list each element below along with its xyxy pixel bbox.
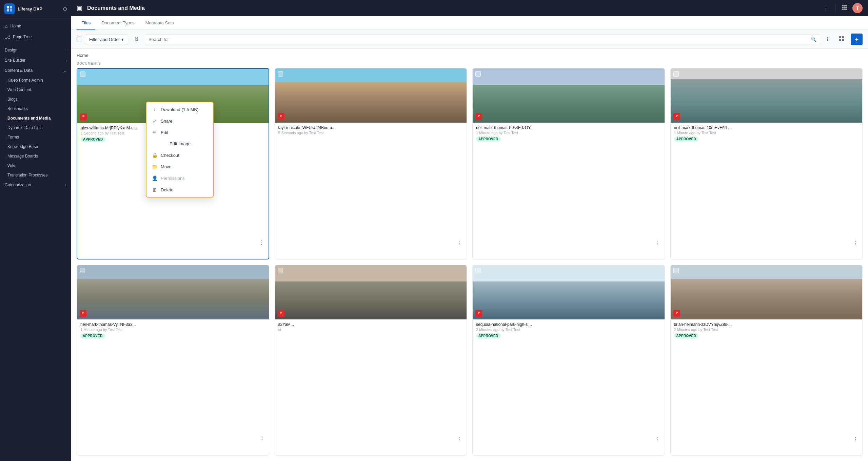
sidebar-item-site-builder[interactable]: Site Builder › <box>0 55 71 65</box>
svg-rect-23 <box>477 311 481 315</box>
card-menu-btn-doc8[interactable]: ⋮ <box>851 435 860 443</box>
svg-rect-11 <box>844 9 846 10</box>
sidebar-item-wiki[interactable]: Wiki <box>0 161 71 170</box>
card-checkbox-doc8[interactable] <box>673 268 679 273</box>
doc-card-doc5[interactable]: neil-mark-thomas-VyTNI-3a3... 1 Minute a… <box>77 265 269 456</box>
card-checkbox-doc2[interactable] <box>278 71 283 77</box>
card-menu-btn-doc6[interactable]: ⋮ <box>456 435 464 443</box>
sidebar-item-home-label: Home <box>10 24 21 28</box>
sidebar-item-categorization[interactable]: Categorization › <box>0 180 71 190</box>
doc-card-meta-doc8: 2 Minutes ago by Test Test <box>674 328 859 332</box>
sidebar-item-message-boards[interactable]: Message Boards <box>0 151 71 161</box>
doc-card-doc3[interactable]: neil-mark-thomas-P0s4FdzOY... 1 Minute a… <box>472 68 665 259</box>
svg-rect-7 <box>842 7 844 8</box>
tabs-bar: Files Document Types Metadata Sets <box>71 16 868 30</box>
doc-card-doc8[interactable]: brian-heimann-zzDVYnqvZ8s-... 2 Minutes … <box>670 265 863 456</box>
menu-label-permissions: Permissions <box>161 176 185 181</box>
topbar-kebab-icon[interactable]: ⋮ <box>822 3 830 13</box>
card-menu-btn-doc4[interactable]: ⋮ <box>851 239 860 247</box>
filter-order-button[interactable]: Filter and Order ▾ <box>85 35 128 44</box>
context-menu-item-checkout[interactable]: 🔒 Checkout <box>146 149 213 161</box>
doc-card-doc6[interactable]: s2YaM... st ⋮ <box>275 265 467 456</box>
search-input[interactable] <box>149 35 809 44</box>
tab-metadata-sets[interactable]: Metadata Sets <box>141 16 179 30</box>
sidebar-item-design[interactable]: Design › <box>0 45 71 55</box>
doc-card-doc4[interactable]: neil-mark-thomas-10mHvFA6-... 1 Minute a… <box>670 68 863 259</box>
sidebar-toggle-icon[interactable]: ▣ <box>77 4 82 12</box>
status-badge-doc7: APPROVED <box>476 333 501 338</box>
sidebar-item-bookmarks[interactable]: Bookmarks <box>0 104 71 113</box>
svg-rect-9 <box>846 7 847 8</box>
content-data-sub-items: Kaleo Forms Admin Web Content Blogs Book… <box>0 76 71 180</box>
card-menu-btn-doc7[interactable]: ⋮ <box>654 435 662 443</box>
menu-icon-permissions: 👤 <box>152 175 157 181</box>
breadcrumb: Home <box>71 49 868 60</box>
menu-label-share: Share <box>161 119 173 124</box>
doc-card-name-doc5: neil-mark-thomas-VyTNI-3a3... <box>80 322 265 327</box>
card-checkbox-doc4[interactable] <box>673 71 679 77</box>
sidebar-item-page-tree[interactable]: ⎇ Page Tree <box>0 32 71 42</box>
card-file-icon-doc7 <box>475 310 482 317</box>
sidebar-item-documents-media[interactable]: Documents and Media <box>0 113 71 123</box>
sidebar-item-web-content[interactable]: Web Content <box>0 85 71 95</box>
doc-card-name-doc4: neil-mark-thomas-10mHvFA6-... <box>674 125 859 130</box>
doc-card-image <box>473 265 665 319</box>
topbar-divider <box>835 4 835 12</box>
card-menu-btn-doc3[interactable]: ⋮ <box>654 239 662 247</box>
menu-icon-edit: ✏ <box>152 130 157 135</box>
menu-icon-delete: 🗑 <box>152 187 157 192</box>
sidebar-item-content-data[interactable]: Content & Data ⌄ <box>0 65 71 76</box>
sidebar-item-home[interactable]: ⌂ Home <box>0 21 71 32</box>
sidebar-item-forms[interactable]: Forms <box>0 132 71 142</box>
card-checkbox-doc1[interactable] <box>80 71 85 77</box>
info-button[interactable]: ℹ <box>823 34 832 45</box>
card-menu-btn-doc1[interactable]: ⋮ <box>258 239 266 247</box>
select-all-checkbox[interactable] <box>77 37 82 42</box>
context-menu-item-download[interactable]: ↓ Download (1.5 MB) <box>146 104 213 115</box>
sidebar-item-dynamic-data-lists[interactable]: Dynamic Data Lists <box>0 123 71 132</box>
doc-card-body: taylor-nicole-jWFUsU24Boo-u... 5 Seconds… <box>275 123 467 138</box>
context-menu-item-delete[interactable]: 🗑 Delete <box>146 184 213 195</box>
tab-files[interactable]: Files <box>77 16 95 30</box>
card-checkbox-doc5[interactable] <box>80 268 85 273</box>
menu-icon-download: ↓ <box>152 107 157 112</box>
doc-card-name-doc7: sequoia-national-park-high-si... <box>476 322 661 327</box>
grid-view-button[interactable] <box>835 34 848 45</box>
doc-card-body: neil-mark-thomas-10mHvFA6-... 1 Minute a… <box>671 123 863 144</box>
header-settings-icon[interactable]: ⊙ <box>63 6 67 12</box>
doc-card-doc7[interactable]: sequoia-national-park-high-si... 2 Minut… <box>472 265 665 456</box>
doc-card-body: brian-heimann-zzDVYnqvZ8s-... 2 Minutes … <box>671 319 863 341</box>
main-area: ▣ Documents and Media ⋮ T Files Document <box>71 0 868 461</box>
topbar-apps-icon[interactable] <box>840 3 849 14</box>
doc-card-name-doc2: taylor-nicole-jWFUsU24Boo-u... <box>278 125 463 130</box>
card-checkbox-doc3[interactable] <box>475 71 481 77</box>
sidebar-item-blogs[interactable]: Blogs <box>0 95 71 104</box>
sidebar-item-design-label: Design <box>5 48 17 53</box>
svg-rect-20 <box>675 114 679 119</box>
sidebar-item-kaleo-forms[interactable]: Kaleo Forms Admin <box>0 76 71 85</box>
page-tree-icon: ⎇ <box>5 34 10 40</box>
doc-card-image <box>671 68 863 123</box>
context-menu-item-edit-image[interactable]: Edit Image <box>146 138 213 149</box>
card-menu-btn-doc5[interactable]: ⋮ <box>258 435 266 443</box>
context-menu-item-share[interactable]: ⤢ Share <box>146 115 213 127</box>
menu-label-edit-image: Edit Image <box>170 141 191 146</box>
sidebar-item-knowledge-base[interactable]: Knowledge Base <box>0 142 71 151</box>
card-checkbox-doc6[interactable] <box>278 268 283 273</box>
card-file-icon-doc3 <box>475 113 482 120</box>
add-button[interactable]: + <box>851 34 863 45</box>
tab-document-types[interactable]: Document Types <box>97 16 139 30</box>
doc-card-doc2[interactable]: taylor-nicole-jWFUsU24Boo-u... 5 Seconds… <box>275 68 467 259</box>
svg-rect-15 <box>839 39 841 41</box>
svg-rect-6 <box>846 5 847 6</box>
context-menu-item-move[interactable]: 📁 Move <box>146 161 213 172</box>
status-badge-doc8: APPROVED <box>674 333 699 338</box>
sidebar-item-translation-processes[interactable]: Translation Processes <box>0 170 71 180</box>
card-checkbox-doc7[interactable] <box>475 268 481 273</box>
svg-rect-14 <box>842 36 844 38</box>
card-menu-btn-doc2[interactable]: ⋮ <box>456 239 464 247</box>
topbar-avatar[interactable]: T <box>852 3 863 13</box>
context-menu-item-edit[interactable]: ✏ Edit <box>146 127 213 138</box>
doc-card-image <box>77 265 269 319</box>
sort-button[interactable]: ⇅ <box>131 34 142 45</box>
